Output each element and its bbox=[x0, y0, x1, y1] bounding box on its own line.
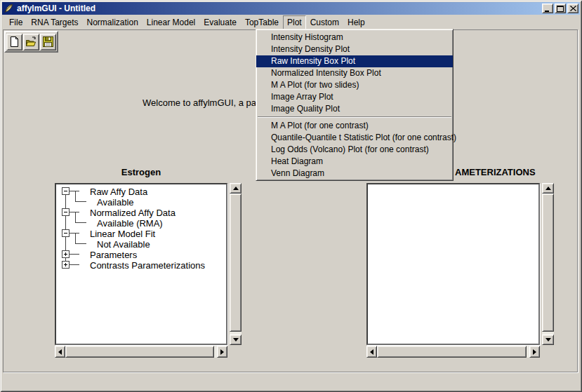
open-file-button[interactable] bbox=[23, 34, 39, 50]
window-controls bbox=[542, 4, 578, 13]
tree-expand-icon[interactable] bbox=[62, 261, 70, 269]
menu-help[interactable]: Help bbox=[343, 15, 369, 29]
right-vertical-scrollbar[interactable] bbox=[542, 183, 554, 345]
tree-row[interactable]: Available (RMA) bbox=[56, 217, 226, 228]
menu-item-venn-diagram[interactable]: Venn Diagram bbox=[256, 168, 453, 180]
right-horizontal-scrollbar[interactable] bbox=[366, 346, 540, 358]
menu-rna-targets[interactable]: RNA Targets bbox=[27, 15, 82, 29]
left-panel-title: Estrogen bbox=[55, 167, 227, 177]
tree-collapse-icon[interactable] bbox=[62, 208, 70, 216]
scrollbar-thumb[interactable] bbox=[377, 346, 527, 358]
close-button[interactable] bbox=[567, 4, 578, 13]
tree-node-label[interactable]: Contrasts Parameterizations bbox=[90, 260, 205, 271]
arrow-up-icon bbox=[545, 187, 551, 190]
status-tree: Raw Affy Data Available Normalized Affy … bbox=[56, 184, 226, 344]
menu-custom[interactable]: Custom bbox=[306, 15, 343, 29]
save-file-button[interactable] bbox=[40, 34, 56, 50]
app-feather-icon bbox=[4, 4, 13, 13]
arrow-down-icon bbox=[545, 338, 551, 342]
arrow-left-icon bbox=[58, 349, 62, 355]
welcome-text: Welcome to affylmGUI, a pa bbox=[143, 97, 256, 108]
contrasts-listbox[interactable] bbox=[366, 183, 540, 345]
tree-node-label[interactable]: Available (RMA) bbox=[97, 218, 163, 229]
menu-item-log-odds-volcano-plot[interactable]: Log Odds (Volcano) Plot (for one contras… bbox=[256, 144, 453, 156]
tree-collapse-icon[interactable] bbox=[62, 187, 70, 195]
tree-node-label[interactable]: Parameters bbox=[90, 250, 137, 260]
menu-item-image-array-plot[interactable]: Image Array Plot bbox=[256, 91, 453, 103]
menu-plot[interactable]: Plot bbox=[283, 15, 306, 29]
scroll-up-button[interactable] bbox=[542, 183, 554, 194]
menu-item-ma-plot-one-contrast[interactable]: M A Plot (for one contrast) bbox=[256, 120, 453, 132]
open-folder-icon bbox=[25, 36, 37, 48]
close-icon bbox=[570, 6, 576, 11]
scrollbar-thumb[interactable] bbox=[230, 194, 242, 332]
menu-item-ma-plot-two-slides[interactable]: M A Plot (for two slides) bbox=[256, 79, 453, 91]
maximize-icon bbox=[557, 6, 564, 12]
scrollbar-thumb[interactable] bbox=[542, 194, 554, 332]
save-icon bbox=[42, 36, 54, 48]
toolbar bbox=[4, 31, 58, 53]
arrow-left-icon bbox=[370, 349, 373, 355]
tree-row[interactable]: Not Available bbox=[56, 238, 226, 249]
window-title: affylmGUI - Untitled bbox=[17, 4, 95, 13]
new-file-icon bbox=[8, 36, 20, 48]
minimize-button[interactable] bbox=[542, 4, 553, 13]
tree-row[interactable]: Normalized Affy Data bbox=[56, 207, 226, 217]
tree-row[interactable]: Parameters bbox=[56, 249, 226, 259]
tree-node-label[interactable]: Available bbox=[97, 197, 134, 208]
menu-item-heat-diagram[interactable]: Heat Diagram bbox=[256, 156, 453, 168]
menu-item-intensity-density-plot[interactable]: Intensity Density Plot bbox=[256, 43, 453, 55]
scroll-up-button[interactable] bbox=[230, 183, 242, 194]
title-bar[interactable]: affylmGUI - Untitled bbox=[2, 2, 580, 15]
tree-row[interactable]: Raw Affy Data bbox=[56, 186, 226, 196]
arrow-up-icon bbox=[233, 187, 239, 190]
right-panel-title: AMETERIZATIONS bbox=[455, 167, 536, 177]
minimize-icon bbox=[544, 6, 551, 12]
scroll-right-button[interactable] bbox=[529, 346, 540, 358]
app-window: affylmGUI - Untitled File RNA Targets No… bbox=[0, 0, 582, 392]
scroll-left-button[interactable] bbox=[366, 346, 377, 358]
tree-collapse-icon[interactable] bbox=[62, 229, 70, 237]
arrow-right-icon bbox=[220, 349, 224, 355]
menu-separator bbox=[258, 116, 451, 118]
scrollbar-thumb[interactable] bbox=[65, 346, 214, 358]
menu-bar: File RNA Targets Normalization Linear Mo… bbox=[3, 15, 579, 29]
tree-row[interactable]: Contrasts Parameterizations bbox=[56, 259, 226, 270]
left-horizontal-scrollbar[interactable] bbox=[55, 346, 227, 358]
menu-linear-model[interactable]: Linear Model bbox=[143, 15, 199, 29]
menu-item-qq-t-statistic-plot[interactable]: Quantile-Quantile t Statistic Plot (for … bbox=[256, 132, 453, 144]
maximize-button[interactable] bbox=[555, 4, 566, 13]
tree-node-label[interactable]: Linear Model Fit bbox=[90, 229, 155, 239]
scroll-down-button[interactable] bbox=[230, 334, 242, 345]
plot-dropdown-menu: Intensity Histogram Intensity Density Pl… bbox=[256, 29, 454, 181]
tree-node-label[interactable]: Raw Affy Data bbox=[90, 187, 147, 197]
menu-item-intensity-histogram[interactable]: Intensity Histogram bbox=[256, 32, 453, 43]
arrow-down-icon bbox=[233, 338, 239, 342]
menu-normalization[interactable]: Normalization bbox=[83, 15, 143, 29]
tree-expand-icon[interactable] bbox=[62, 250, 70, 258]
scroll-right-button[interactable] bbox=[217, 346, 227, 358]
menu-evaluate[interactable]: Evaluate bbox=[199, 15, 241, 29]
tree-node-label[interactable]: Normalized Affy Data bbox=[90, 208, 176, 218]
tree-row[interactable]: Linear Model Fit bbox=[56, 228, 226, 238]
tree-node-label[interactable]: Not Available bbox=[97, 239, 150, 250]
menu-item-raw-intensity-box-plot[interactable]: Raw Intensity Box Plot bbox=[256, 55, 453, 67]
left-vertical-scrollbar[interactable] bbox=[230, 183, 242, 345]
status-tree-listbox[interactable]: Raw Affy Data Available Normalized Affy … bbox=[55, 183, 227, 345]
menu-item-normalized-intensity-box-plot[interactable]: Normalized Intensity Box Plot bbox=[256, 67, 453, 79]
menu-toptable[interactable]: TopTable bbox=[241, 15, 283, 29]
menu-file[interactable]: File bbox=[5, 15, 27, 29]
scroll-left-button[interactable] bbox=[55, 346, 65, 358]
menu-item-image-quality-plot[interactable]: Image Quality Plot bbox=[256, 103, 453, 115]
new-file-button[interactable] bbox=[6, 34, 22, 50]
arrow-right-icon bbox=[533, 349, 536, 355]
tree-row[interactable]: Available bbox=[56, 196, 226, 207]
scroll-down-button[interactable] bbox=[542, 334, 554, 345]
